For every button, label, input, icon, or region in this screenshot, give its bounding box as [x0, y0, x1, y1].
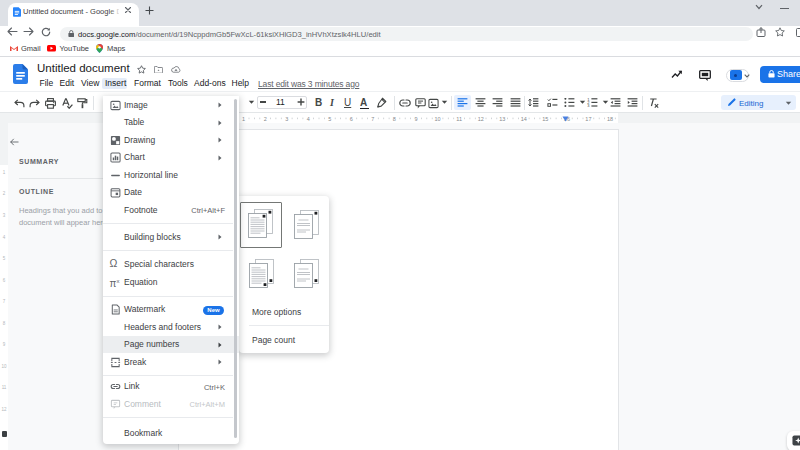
svg-text:4: 4	[307, 116, 310, 122]
svg-text:1: 1	[242, 116, 245, 122]
svg-text:12: 12	[478, 116, 484, 122]
svg-text:3: 3	[3, 213, 6, 218]
svg-text:8: 8	[393, 116, 396, 122]
svg-text:6: 6	[3, 278, 6, 283]
svg-text:12: 12	[1, 407, 7, 412]
svg-text:18: 18	[607, 116, 613, 122]
svg-text:9: 9	[414, 116, 417, 122]
svg-text:2: 2	[3, 191, 6, 196]
svg-text:2: 2	[264, 116, 267, 122]
svg-text:10: 10	[435, 116, 441, 122]
svg-text:8: 8	[3, 321, 6, 326]
svg-text:11: 11	[2, 385, 7, 390]
svg-text:15: 15	[542, 116, 548, 122]
svg-text:9: 9	[3, 342, 6, 347]
svg-text:17: 17	[585, 116, 591, 122]
svg-text:14: 14	[521, 116, 527, 122]
svg-text:6: 6	[350, 116, 353, 122]
svg-text:13: 13	[499, 116, 505, 122]
svg-text:7: 7	[371, 116, 374, 122]
svg-text:7: 7	[3, 299, 6, 304]
svg-text:5: 5	[328, 116, 331, 122]
svg-text:1: 1	[3, 170, 6, 175]
svg-text:3: 3	[587, 103, 590, 107]
svg-text:5: 5	[3, 256, 6, 261]
svg-text:11: 11	[456, 116, 462, 122]
svg-text:3: 3	[285, 116, 288, 122]
svg-text:4: 4	[3, 235, 6, 240]
svg-text:10: 10	[1, 364, 7, 369]
